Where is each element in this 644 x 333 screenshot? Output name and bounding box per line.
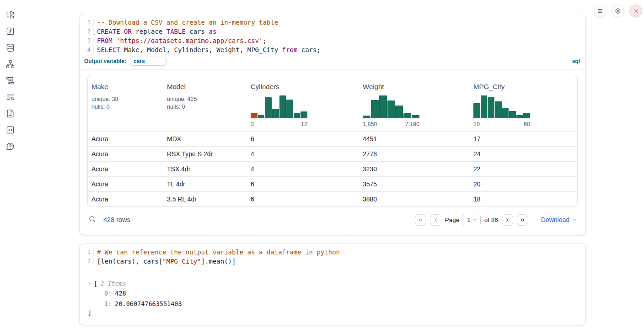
first-page-button[interactable] [415,214,426,226]
line-number: 1 [87,19,91,26]
logs-icon[interactable] [5,76,15,85]
hist-max-label: 12 [301,121,307,127]
list-item: 0: 428 [104,288,577,299]
data-table: Make unique: 38 nulls: 0 Model unique: 4… [87,76,578,207]
line-number: 4 [87,47,91,53]
histogram-weight [363,95,419,118]
code-line: 4 SELECT Make, Model, Cylinders, Weight,… [80,45,585,54]
file-explorer-icon[interactable] [5,10,15,19]
sql-code-editor[interactable]: 1 -- Download a CSV and create an in-mem… [80,14,585,54]
sql-comment: -- Download a CSV and create an in-memor… [97,19,278,26]
code-line: 2 CREATE OR replace TABLE cars as [80,27,585,36]
menu-button[interactable] [594,5,606,17]
close-icon [633,8,639,14]
item-value: 428 [115,290,126,297]
table-row[interactable]: Acura MDX 6 4451 17 [88,131,577,146]
variables-icon[interactable] [5,26,15,36]
window-controls [594,5,642,17]
page-select[interactable]: 1 [463,215,481,225]
bracket-close: ] [88,309,577,318]
gear-icon [615,8,621,14]
chevron-right-icon [504,217,510,223]
items-count-label: 2 Items [100,280,126,287]
download-button[interactable]: Download [541,216,577,223]
item-index: 0: [104,290,112,297]
output-variable-input[interactable] [130,57,166,66]
rows-count: 428 rows [103,216,130,223]
collapse-chevron-icon[interactable] [88,281,92,286]
column-header-model[interactable]: Model unique: 425 nulls: 0 [163,76,247,131]
chevrons-left-icon [418,217,424,223]
output-variable-label: Output variable: [84,58,126,64]
table-row[interactable]: Acura 3.5 RL 4dr 6 3880 18 [88,191,577,206]
hamburger-icon [597,8,603,14]
item-value: 20.060747663551403 [115,300,182,307]
search-icon[interactable] [88,215,96,225]
python-code-editor[interactable]: 1 # We can reference the output variable… [80,244,585,271]
chevrons-right-icon [520,217,526,223]
hist-min-label: 10 [473,121,480,127]
table-header: Make unique: 38 nulls: 0 Model unique: 4… [88,76,577,131]
chevron-left-icon [433,217,439,223]
column-header-weight[interactable]: Weight 1,850 7,190 [359,76,470,131]
sql-cell: 1 -- Download a CSV and create an in-mem… [79,14,586,235]
stat-nulls: nulls: 0 [91,103,160,111]
hist-min-label: 3 [251,121,254,127]
histogram-cylinders [251,95,307,118]
help-chat-icon[interactable] [5,142,15,151]
close-button[interactable] [629,5,642,17]
sql-output-area: Make unique: 38 nulls: 0 Model unique: 4… [80,69,585,232]
column-header-mpg-city[interactable]: MPG_City 10 60 [470,76,577,131]
outline-search-icon[interactable] [5,92,15,101]
code-line: 1 -- Download a CSV and create an in-mem… [80,18,585,27]
page-label: Page [445,217,460,223]
table-row[interactable]: Acura TL 4dr 6 3575 20 [88,176,577,191]
hist-max-label: 7,190 [405,121,419,127]
line-number: 1 [87,249,91,255]
stat-unique: unique: 38 [91,95,160,103]
code-line: 3 FROM 'https://datasets.marimo.app/cars… [80,36,585,45]
language-badge[interactable]: sql [572,58,580,64]
line-number: 2 [87,28,91,35]
chevron-down-icon [572,217,577,222]
dependency-graph-icon[interactable] [5,59,15,69]
list-item: 1: 20.060747663551403 [104,299,577,309]
fold-chevron-icon[interactable] [93,31,97,37]
tree-entries: 0: 428 1: 20.060747663551403 [95,288,577,309]
python-output-area: [ 2 Items 0: 428 1: 20.060747663551403 ] [80,271,585,325]
histogram-mpg-city [473,95,530,118]
column-header-cylinders[interactable]: Cylinders 3 12 [247,76,359,131]
snippets-icon[interactable] [5,125,15,134]
stat-unique: unique: 425 [167,95,243,103]
pagination: Page 1 of 86 Download [415,214,577,226]
code-line: 2 [len(cars), cars["MPG_City"].mean()] [80,257,585,266]
previous-page-button[interactable] [430,214,441,226]
table-row[interactable]: Acura TSX 4dr 4 3230 22 [88,161,577,176]
table-row[interactable]: Acura RSX Type S 2dr 4 2778 24 [88,146,577,161]
output-variable-row: Output variable: sql [80,54,585,69]
python-cell: 1 # We can reference the output variable… [79,243,586,325]
settings-button[interactable] [612,5,624,17]
hist-min-label: 1,850 [363,121,377,127]
chevron-down-icon [473,217,478,222]
left-sidebar [0,0,20,333]
next-page-button[interactable] [502,214,513,226]
python-comment: # We can reference the output variable a… [97,248,340,256]
hist-max-label: 60 [524,121,530,127]
data-sources-icon[interactable] [5,43,15,52]
column-header-make[interactable]: Make unique: 38 nulls: 0 [88,76,163,131]
stat-nulls: nulls: 0 [167,103,243,111]
line-number: 2 [87,258,91,264]
code-line: 1 # We can reference the output variable… [80,248,585,257]
line-number: 3 [87,37,91,44]
last-page-button[interactable] [517,214,528,226]
item-index: 1: [104,300,112,307]
table-footer: 428 rows Page 1 of 86 [87,212,578,227]
page-total-label: of 86 [484,217,498,223]
bracket-open: [ [94,280,97,287]
documentation-icon[interactable] [5,109,15,118]
